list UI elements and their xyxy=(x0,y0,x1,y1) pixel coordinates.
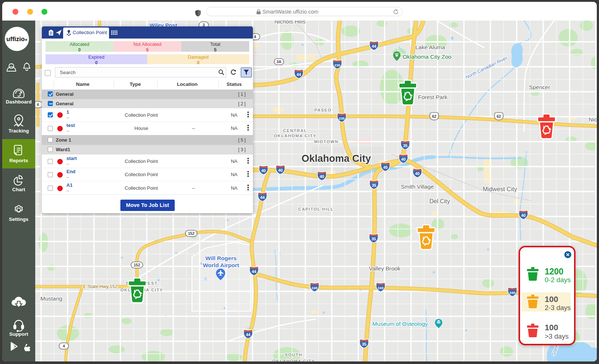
svg-text:62: 62 xyxy=(497,114,501,119)
svg-text:35: 35 xyxy=(362,342,366,346)
svg-text:152: 152 xyxy=(134,263,140,267)
svg-text:35: 35 xyxy=(372,183,376,188)
svg-text:Mustang: Mustang xyxy=(40,295,62,302)
svg-text:4: 4 xyxy=(63,344,65,348)
svg-text:CENTRAL: CENTRAL xyxy=(283,128,307,133)
svg-text:62: 62 xyxy=(432,114,436,119)
svg-text:2-3 days: 2-3 days xyxy=(545,304,571,312)
svg-text:Spencer: Spencer xyxy=(529,84,550,90)
svg-text:Support: Support xyxy=(9,331,28,337)
svg-text:235: 235 xyxy=(334,63,341,67)
svg-text:Smith Village: Smith Village xyxy=(401,183,434,190)
svg-text:MIDTOWN: MIDTOWN xyxy=(314,139,339,144)
svg-text:Dashboard: Dashboard xyxy=(6,99,32,105)
svg-text:40: 40 xyxy=(401,157,406,161)
svg-text:Oklahoma City Zoo: Oklahoma City Zoo xyxy=(403,54,451,60)
svg-text:35: 35 xyxy=(371,237,376,241)
svg-text:100: 100 xyxy=(545,295,558,304)
svg-text:Lake Aluma: Lake Aluma xyxy=(415,44,445,50)
svg-text:Chart: Chart xyxy=(12,187,25,192)
svg-text:240: 240 xyxy=(378,286,384,290)
svg-text:40: 40 xyxy=(415,171,420,176)
svg-text:40: 40 xyxy=(521,213,526,218)
svg-text:uffizio»: uffizio» xyxy=(6,36,27,43)
svg-text:152: 152 xyxy=(188,231,195,236)
svg-text:Museum of Osteology: Museum of Osteology xyxy=(373,321,428,327)
svg-text:Forest Park: Forest Park xyxy=(418,94,447,100)
svg-text:4: 4 xyxy=(37,102,39,107)
svg-text:44: 44 xyxy=(246,332,251,337)
svg-text:Del City: Del City xyxy=(429,198,450,204)
svg-text:World Airport: World Airport xyxy=(203,262,239,268)
svg-text:40: 40 xyxy=(383,165,388,170)
svg-text:235: 235 xyxy=(339,116,345,120)
svg-text:PASEO: PASEO xyxy=(315,108,332,112)
svg-text:Settings: Settings xyxy=(9,216,28,222)
svg-text:4: 4 xyxy=(254,34,256,39)
svg-text:40: 40 xyxy=(278,168,283,172)
svg-text:240: 240 xyxy=(509,291,515,295)
svg-text:40: 40 xyxy=(261,168,266,173)
svg-text:44: 44 xyxy=(297,72,301,77)
svg-text:240: 240 xyxy=(312,286,317,290)
svg-text:Midwest City: Midwest City xyxy=(483,186,517,192)
svg-text:Nichols Hills: Nichols Hills xyxy=(275,21,306,25)
svg-text:Will Rogers: Will Rogers xyxy=(205,255,236,261)
svg-text:44: 44 xyxy=(372,44,377,48)
svg-text:40: 40 xyxy=(320,174,324,179)
svg-text:100: 100 xyxy=(545,323,558,332)
svg-text:Valley Brook: Valley Brook xyxy=(369,265,400,272)
svg-text:OKLAHOMA CITY: OKLAHOMA CITY xyxy=(272,359,315,361)
svg-text:CAPITOL HILL: CAPITOL HILL xyxy=(298,207,334,211)
svg-text:0-2 days: 0-2 days xyxy=(545,276,571,284)
svg-text:OKLAHOMA CITY: OKLAHOMA CITY xyxy=(274,134,316,138)
svg-text:Reports: Reports xyxy=(9,158,28,163)
svg-text:1200: 1200 xyxy=(545,267,563,276)
svg-text:>3 days: >3 days xyxy=(545,332,569,340)
svg-text:SOUTH: SOUTH xyxy=(285,353,302,357)
svg-text:44: 44 xyxy=(260,195,265,200)
svg-text:3A: 3A xyxy=(276,59,282,64)
svg-text:Nico: Nico xyxy=(589,116,597,123)
svg-text:Oklahoma City: Oklahoma City xyxy=(301,153,371,164)
svg-text:Tracking: Tracking xyxy=(8,128,29,134)
svg-text:E State Hwy 152: E State Hwy 152 xyxy=(83,284,117,289)
svg-text:44: 44 xyxy=(252,269,257,274)
svg-text:35: 35 xyxy=(403,143,407,148)
